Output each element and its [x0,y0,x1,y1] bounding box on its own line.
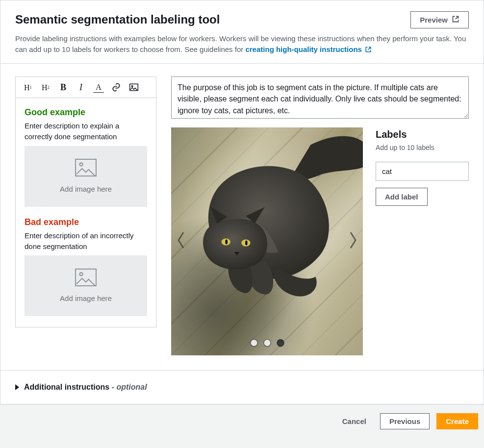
guidelines-link-text: creating high-quality instructions [245,45,362,53]
previous-button[interactable]: Previous [380,413,430,429]
label-input[interactable]: cat [376,162,469,181]
editor-toolbar: H1 H2 B I A [16,77,156,98]
carousel-dots [250,339,284,347]
svg-point-3 [79,163,82,166]
additional-instructions-toggle[interactable]: Additional instructions - optional [15,381,469,393]
bad-example-desc[interactable]: Enter description of an incorrectly done… [25,230,147,252]
cancel-button[interactable]: Cancel [335,413,373,429]
preview-button[interactable]: Preview [410,11,469,28]
bold-tool[interactable]: B [58,82,69,93]
link-tool[interactable] [111,82,122,93]
h1-tool[interactable]: H1 [23,82,33,93]
header-description-text: Provide labeling instructions with examp… [15,34,466,53]
svg-point-9 [245,241,248,246]
wizard-footer: Cancel Previous Create [0,404,484,438]
italic-tool[interactable]: I [76,82,86,93]
good-example-desc[interactable]: Enter description to explain a correctly… [25,121,147,142]
guidelines-link[interactable]: creating high-quality instructions [245,45,372,53]
labels-hint: Add up to 10 labels [376,143,469,152]
labels-heading: Labels [376,127,469,142]
caret-right-icon [15,384,19,390]
additional-instructions-label: Additional instructions - optional [24,381,147,393]
labels-panel: Labels Add up to 10 labels cat Add label [376,127,469,206]
image-tool[interactable] [128,82,139,93]
carousel-dot-2[interactable] [263,339,271,347]
svg-point-5 [79,273,82,275]
good-example-heading: Good example [25,106,147,119]
chevron-left-icon [176,230,186,253]
good-example-image-drop[interactable]: Add image here [25,146,147,207]
header-description: Provide labeling instructions with examp… [15,33,469,55]
h2-tool[interactable]: H2 [40,82,51,93]
optional-tag: - optional [112,383,147,391]
bad-example-image-drop[interactable]: Add image here [25,255,147,316]
bad-example-drop-text: Add image here [60,293,112,304]
image-placeholder-icon [75,158,97,180]
carousel-dot-1[interactable] [250,339,257,347]
text-color-tool[interactable]: A [93,82,104,93]
chevron-right-icon [348,230,358,253]
svg-point-8 [225,240,228,245]
carousel-dot-3[interactable] [277,339,284,347]
external-link-icon [452,15,459,25]
examples-editor: H1 H2 B I A [15,76,156,327]
good-example-drop-text: Add image here [60,184,112,195]
page-title: Semantic segmentation labeling tool [15,11,220,28]
image-placeholder-icon [75,268,97,290]
create-button[interactable]: Create [436,413,478,429]
preview-button-label: Preview [420,16,448,24]
sample-image [171,127,363,355]
add-label-button[interactable]: Add label [376,188,428,206]
instructions-textarea[interactable] [171,76,469,119]
carousel-prev-button[interactable] [172,228,190,255]
svg-point-1 [131,86,133,87]
carousel-next-button[interactable] [344,228,362,255]
bad-example-heading: Bad example [25,216,147,228]
external-link-icon [364,45,372,53]
image-carousel [171,127,363,355]
